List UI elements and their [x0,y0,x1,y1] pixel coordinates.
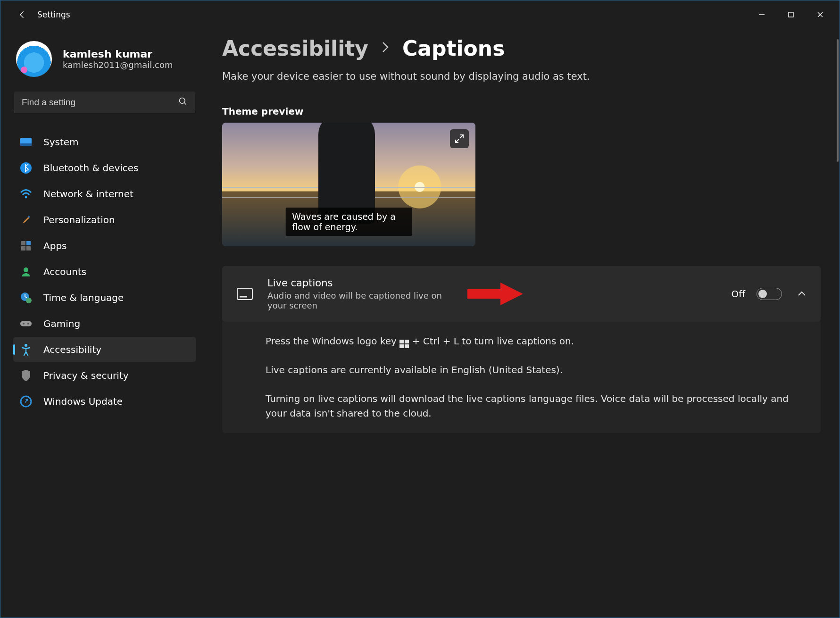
profile-name: kamlesh kumar [63,48,173,60]
svg-point-4 [180,98,185,104]
sidebar-item-time-language[interactable]: Time & language [13,285,196,310]
sidebar-item-gaming[interactable]: Gaming [13,311,196,336]
chevron-up-icon[interactable] [797,290,807,299]
sidebar-item-bluetooth[interactable]: Bluetooth & devices [13,155,196,180]
annotation-arrow [467,280,524,308]
sidebar-item-label: System [43,136,79,148]
card-description: Audio and video will be captioned live o… [267,291,447,310]
search-input[interactable] [14,97,195,108]
search-box[interactable] [14,92,195,113]
sidebar: kamlesh kumar kamlesh2011@gmail.com Syst… [0,29,203,618]
sidebar-item-accounts[interactable]: Accounts [13,259,196,284]
svg-rect-27 [399,344,404,348]
svg-rect-7 [20,143,32,146]
sidebar-item-accessibility[interactable]: Accessibility [13,337,196,362]
sidebar-item-label: Accounts [43,266,86,277]
gamepad-icon [20,317,32,330]
sidebar-item-label: Bluetooth & devices [43,162,139,174]
theme-preview-label: Theme preview [222,106,821,117]
back-button[interactable] [17,10,27,19]
sidebar-item-apps[interactable]: Apps [13,233,196,258]
svg-point-18 [23,323,25,325]
toggle-state-label: Off [731,288,745,300]
sidebar-item-personalization[interactable]: Personalization [13,207,196,232]
chevron-right-icon [381,40,390,58]
breadcrumb-current: Captions [402,36,505,60]
profile-block[interactable]: kamlesh kumar kamlesh2011@gmail.com [13,41,196,92]
accessibility-icon [20,343,32,356]
svg-rect-22 [237,288,252,300]
preview-caption: Waves are caused by a flow of energy. [285,208,412,236]
expand-preview-button[interactable] [450,129,469,148]
sidebar-item-label: Privacy & security [43,370,129,381]
svg-point-19 [27,323,29,325]
avatar [16,41,52,77]
sidebar-item-label: Accessibility [43,344,101,355]
breadcrumb: Accessibility Captions [222,36,821,60]
info-line-1: Press the Windows logo key + Ctrl + L to… [266,334,807,349]
sidebar-item-label: Gaming [43,318,80,329]
svg-point-14 [24,267,28,272]
svg-rect-12 [21,246,25,251]
profile-email: kamlesh2011@gmail.com [63,60,173,70]
sidebar-item-network[interactable]: Network & internet [13,181,196,206]
person-icon [20,266,32,278]
sidebar-item-label: Personalization [43,214,115,225]
windows-logo-icon [399,338,409,346]
wifi-icon [20,188,32,200]
scrollbar[interactable] [837,39,839,162]
sidebar-item-label: Time & language [43,292,124,303]
search-icon [178,97,188,108]
svg-point-9 [25,196,27,198]
paintbrush-icon [20,214,32,226]
live-captions-toggle[interactable] [757,288,782,300]
update-icon [20,395,32,408]
maximize-button[interactable] [776,5,806,24]
page-description: Make your device easier to use without s… [222,71,821,82]
live-captions-card[interactable]: Live captions Audio and video will be ca… [222,266,821,322]
live-captions-info: Press the Windows logo key + Ctrl + L to… [222,322,821,433]
close-button[interactable] [806,5,835,24]
app-title: Settings [37,10,70,19]
sidebar-item-privacy[interactable]: Privacy & security [13,363,196,388]
bluetooth-icon [20,162,32,174]
svg-rect-26 [405,340,409,343]
svg-rect-28 [405,344,409,348]
svg-rect-11 [26,241,31,245]
sidebar-item-label: Network & internet [43,188,133,200]
svg-rect-25 [399,340,404,343]
theme-preview: Waves are caused by a flow of energy. [222,123,475,246]
svg-point-20 [25,344,27,347]
svg-point-16 [26,298,32,303]
info-line-2: Live captions are currently available in… [266,363,807,377]
shield-icon [20,369,32,382]
sidebar-item-system[interactable]: System [13,129,196,154]
monitor-icon [20,136,32,148]
clock-globe-icon [20,292,32,304]
content-area: Accessibility Captions Make your device … [203,29,840,618]
captions-icon [236,287,253,301]
sidebar-item-windows-update[interactable]: Windows Update [13,389,196,414]
svg-rect-13 [26,246,31,251]
svg-point-8 [20,162,32,174]
sidebar-item-label: Apps [43,240,67,251]
svg-rect-17 [20,321,32,326]
active-indicator [13,344,15,355]
titlebar: Settings [0,0,840,29]
card-title: Live captions [267,277,447,289]
svg-line-5 [184,103,186,105]
info-line-3: Turning on live captions will download t… [266,392,807,421]
minimize-button[interactable] [747,5,776,24]
sidebar-item-label: Windows Update [43,396,123,407]
svg-rect-1 [789,12,793,17]
apps-icon [20,240,32,252]
svg-marker-24 [467,283,523,305]
svg-rect-10 [21,241,25,245]
nav-list: System Bluetooth & devices Network & int… [13,129,196,414]
breadcrumb-parent[interactable]: Accessibility [222,36,368,60]
